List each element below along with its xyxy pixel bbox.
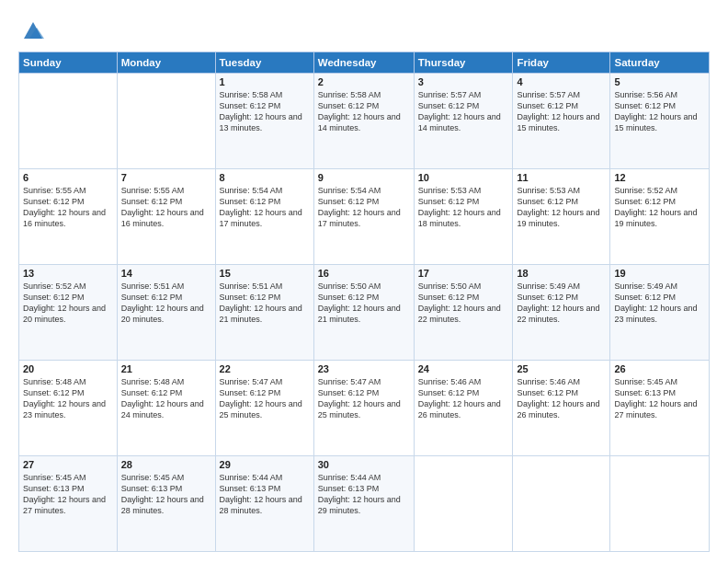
day-number: 27: [23, 459, 113, 470]
day-cell: [513, 456, 610, 552]
day-number: 21: [121, 363, 211, 374]
day-cell: 12Sunrise: 5:52 AM Sunset: 6:12 PM Dayli…: [610, 169, 710, 265]
day-number: 30: [318, 459, 410, 470]
day-cell: 30Sunrise: 5:44 AM Sunset: 6:13 PM Dayli…: [313, 456, 414, 552]
day-cell: 21Sunrise: 5:48 AM Sunset: 6:12 PM Dayli…: [117, 361, 215, 456]
day-number: 20: [23, 363, 113, 374]
day-number: 29: [220, 459, 310, 470]
page: SundayMondayTuesdayWednesdayThursdayFrid…: [0, 0, 728, 563]
day-info: Sunrise: 5:51 AM Sunset: 6:12 PM Dayligh…: [220, 282, 302, 324]
day-cell: 3Sunrise: 5:57 AM Sunset: 6:12 PM Daylig…: [414, 74, 513, 169]
day-number: 28: [121, 459, 211, 470]
weekday-saturday: Saturday: [610, 52, 710, 74]
day-cell: 5Sunrise: 5:56 AM Sunset: 6:12 PM Daylig…: [610, 74, 710, 169]
day-number: 16: [318, 268, 410, 279]
day-cell: 22Sunrise: 5:47 AM Sunset: 6:12 PM Dayli…: [215, 361, 313, 456]
day-info: Sunrise: 5:52 AM Sunset: 6:12 PM Dayligh…: [614, 186, 697, 228]
day-cell: 24Sunrise: 5:46 AM Sunset: 6:12 PM Dayli…: [414, 361, 513, 456]
day-info: Sunrise: 5:45 AM Sunset: 6:13 PM Dayligh…: [614, 377, 697, 419]
day-cell: 23Sunrise: 5:47 AM Sunset: 6:12 PM Dayli…: [313, 361, 414, 456]
day-info: Sunrise: 5:55 AM Sunset: 6:12 PM Dayligh…: [23, 186, 106, 228]
day-info: Sunrise: 5:45 AM Sunset: 6:13 PM Dayligh…: [121, 473, 204, 515]
day-number: 24: [418, 363, 509, 374]
day-info: Sunrise: 5:56 AM Sunset: 6:12 PM Dayligh…: [614, 90, 697, 132]
day-cell: 19Sunrise: 5:49 AM Sunset: 6:12 PM Dayli…: [610, 265, 710, 361]
day-info: Sunrise: 5:48 AM Sunset: 6:12 PM Dayligh…: [23, 377, 106, 419]
day-cell: 9Sunrise: 5:54 AM Sunset: 6:12 PM Daylig…: [313, 169, 414, 265]
calendar-table: SundayMondayTuesdayWednesdayThursdayFrid…: [18, 52, 710, 552]
day-cell: [610, 456, 710, 552]
day-number: 14: [121, 268, 211, 279]
weekday-tuesday: Tuesday: [215, 52, 313, 74]
day-cell: 11Sunrise: 5:53 AM Sunset: 6:12 PM Dayli…: [513, 169, 610, 265]
week-row-3: 13Sunrise: 5:52 AM Sunset: 6:12 PM Dayli…: [19, 265, 710, 361]
day-info: Sunrise: 5:55 AM Sunset: 6:12 PM Dayligh…: [121, 186, 204, 228]
day-info: Sunrise: 5:49 AM Sunset: 6:12 PM Dayligh…: [614, 282, 697, 324]
day-info: Sunrise: 5:57 AM Sunset: 6:12 PM Dayligh…: [418, 90, 501, 132]
day-number: 22: [220, 363, 310, 374]
day-cell: 16Sunrise: 5:50 AM Sunset: 6:12 PM Dayli…: [313, 265, 414, 361]
logo: [18, 17, 46, 42]
day-info: Sunrise: 5:44 AM Sunset: 6:13 PM Dayligh…: [318, 473, 401, 515]
day-info: Sunrise: 5:46 AM Sunset: 6:12 PM Dayligh…: [517, 377, 599, 419]
day-number: 1: [220, 76, 310, 87]
day-info: Sunrise: 5:58 AM Sunset: 6:12 PM Dayligh…: [318, 90, 401, 132]
day-number: 6: [23, 172, 113, 183]
weekday-wednesday: Wednesday: [313, 52, 414, 74]
week-row-1: 1Sunrise: 5:58 AM Sunset: 6:12 PM Daylig…: [19, 74, 710, 169]
day-cell: 6Sunrise: 5:55 AM Sunset: 6:12 PM Daylig…: [19, 169, 118, 265]
day-number: 18: [517, 268, 606, 279]
day-info: Sunrise: 5:45 AM Sunset: 6:13 PM Dayligh…: [23, 473, 106, 515]
day-cell: 26Sunrise: 5:45 AM Sunset: 6:13 PM Dayli…: [610, 361, 710, 456]
day-cell: [414, 456, 513, 552]
day-number: 4: [517, 76, 606, 87]
day-number: 2: [318, 76, 410, 87]
day-number: 8: [220, 172, 310, 183]
day-cell: 2Sunrise: 5:58 AM Sunset: 6:12 PM Daylig…: [313, 74, 414, 169]
day-cell: 10Sunrise: 5:53 AM Sunset: 6:12 PM Dayli…: [414, 169, 513, 265]
day-cell: 14Sunrise: 5:51 AM Sunset: 6:12 PM Dayli…: [117, 265, 215, 361]
day-info: Sunrise: 5:53 AM Sunset: 6:12 PM Dayligh…: [517, 186, 599, 228]
day-info: Sunrise: 5:57 AM Sunset: 6:12 PM Dayligh…: [517, 90, 599, 132]
day-number: 11: [517, 172, 606, 183]
day-info: Sunrise: 5:51 AM Sunset: 6:12 PM Dayligh…: [121, 282, 204, 324]
day-cell: 7Sunrise: 5:55 AM Sunset: 6:12 PM Daylig…: [117, 169, 215, 265]
day-cell: [19, 74, 118, 169]
day-number: 26: [614, 363, 705, 374]
day-cell: 28Sunrise: 5:45 AM Sunset: 6:13 PM Dayli…: [117, 456, 215, 552]
day-number: 3: [418, 76, 509, 87]
day-info: Sunrise: 5:47 AM Sunset: 6:12 PM Dayligh…: [318, 377, 401, 419]
day-info: Sunrise: 5:52 AM Sunset: 6:12 PM Dayligh…: [23, 282, 106, 324]
day-info: Sunrise: 5:50 AM Sunset: 6:12 PM Dayligh…: [418, 282, 501, 324]
weekday-friday: Friday: [513, 52, 610, 74]
day-number: 19: [614, 268, 705, 279]
day-number: 23: [318, 363, 410, 374]
day-info: Sunrise: 5:58 AM Sunset: 6:12 PM Dayligh…: [220, 90, 302, 132]
day-cell: 15Sunrise: 5:51 AM Sunset: 6:12 PM Dayli…: [215, 265, 313, 361]
day-number: 7: [121, 172, 211, 183]
weekday-monday: Monday: [117, 52, 215, 74]
day-cell: [117, 74, 215, 169]
day-cell: 20Sunrise: 5:48 AM Sunset: 6:12 PM Dayli…: [19, 361, 118, 456]
day-info: Sunrise: 5:49 AM Sunset: 6:12 PM Dayligh…: [517, 282, 599, 324]
day-number: 12: [614, 172, 705, 183]
day-info: Sunrise: 5:44 AM Sunset: 6:13 PM Dayligh…: [220, 473, 302, 515]
day-cell: 27Sunrise: 5:45 AM Sunset: 6:13 PM Dayli…: [19, 456, 118, 552]
day-number: 15: [220, 268, 310, 279]
day-info: Sunrise: 5:47 AM Sunset: 6:12 PM Dayligh…: [220, 377, 302, 419]
day-cell: 4Sunrise: 5:57 AM Sunset: 6:12 PM Daylig…: [513, 74, 610, 169]
day-cell: 17Sunrise: 5:50 AM Sunset: 6:12 PM Dayli…: [414, 265, 513, 361]
day-info: Sunrise: 5:46 AM Sunset: 6:12 PM Dayligh…: [418, 377, 501, 419]
week-row-2: 6Sunrise: 5:55 AM Sunset: 6:12 PM Daylig…: [19, 169, 710, 265]
day-number: 25: [517, 363, 606, 374]
day-number: 9: [318, 172, 410, 183]
weekday-header-row: SundayMondayTuesdayWednesdayThursdayFrid…: [19, 52, 710, 74]
day-info: Sunrise: 5:50 AM Sunset: 6:12 PM Dayligh…: [318, 282, 401, 324]
day-info: Sunrise: 5:54 AM Sunset: 6:12 PM Dayligh…: [220, 186, 302, 228]
day-number: 13: [23, 268, 113, 279]
day-info: Sunrise: 5:53 AM Sunset: 6:12 PM Dayligh…: [418, 186, 501, 228]
day-number: 10: [418, 172, 509, 183]
day-cell: 18Sunrise: 5:49 AM Sunset: 6:12 PM Dayli…: [513, 265, 610, 361]
day-info: Sunrise: 5:54 AM Sunset: 6:12 PM Dayligh…: [318, 186, 401, 228]
week-row-5: 27Sunrise: 5:45 AM Sunset: 6:13 PM Dayli…: [19, 456, 710, 552]
